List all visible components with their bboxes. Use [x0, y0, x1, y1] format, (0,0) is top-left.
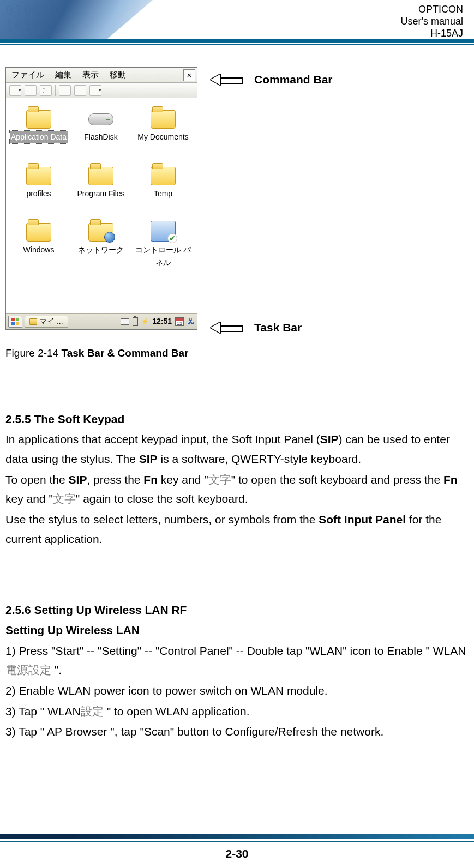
header-rule-thick	[0, 39, 474, 43]
text: key and "	[5, 492, 53, 505]
icon-profiles[interactable]: profiles	[9, 162, 68, 209]
folder-icon	[29, 318, 37, 325]
footer-rule-thin	[0, 841, 474, 842]
text: To open the	[5, 473, 69, 486]
cjk-text: 文字	[53, 492, 76, 505]
globe-icon	[104, 232, 115, 243]
menu-go[interactable]: 移動	[104, 68, 131, 82]
icon-grid: Application Data FlashDisk My Documents …	[6, 98, 197, 284]
calendar-icon[interactable]: 12	[175, 317, 184, 326]
cut-button[interactable]	[59, 85, 71, 96]
callout-column: Command Bar Task Bar	[211, 67, 333, 337]
text: key and "	[158, 473, 208, 486]
section-256-step1: 1) Press "Start" -- "Setting" -- "Contro…	[5, 641, 469, 680]
network-icon[interactable]: 🖧	[187, 315, 195, 328]
folder-icon	[151, 167, 176, 185]
text: , press the	[87, 473, 143, 486]
icon-label: profiles	[26, 188, 51, 200]
arrow-left-icon	[211, 74, 243, 86]
header-line3: H-15AJ	[401, 27, 463, 39]
header-line2: User's manual	[401, 15, 463, 27]
control-panel-icon	[151, 221, 176, 242]
text: " again to close the soft keyboard.	[76, 492, 248, 505]
sip-icon[interactable]	[121, 318, 129, 325]
term-soft-input-panel: Soft Input Panel	[319, 513, 406, 526]
section-256-subheading: Setting Up Wireless LAN	[5, 621, 469, 640]
term-fn: Fn	[443, 473, 458, 486]
command-bar: ファイル 編集 表示 移動 ×	[6, 68, 197, 83]
icon-label: ネットワーク	[78, 244, 124, 256]
icon-label: My Documents	[137, 131, 188, 143]
icon-label: Windows	[23, 244, 55, 256]
callout-task-bar: Task Bar	[211, 318, 333, 337]
text: " to open the soft keyboard and press th…	[231, 473, 443, 486]
drive-icon	[88, 113, 113, 125]
text: is a software, QWERTY-style keyboard.	[158, 453, 361, 465]
figure-caption-bold: Task Bar & Command Bar	[61, 347, 188, 359]
text: 3) Tap " WLAN	[5, 705, 81, 718]
folder-icon	[151, 110, 176, 129]
section-256-step3: 3) Tap " WLAN設定 " to open WLAN applicati…	[5, 702, 469, 721]
section-255-heading: 2.5.5 The Soft Keypad	[5, 410, 469, 429]
menu-view[interactable]: 表示	[77, 68, 104, 82]
back-button[interactable]	[9, 85, 21, 96]
task-bar: マイ ... ⚡ 12:51 12 🖧	[6, 313, 197, 329]
section-256-step4: 3) Tap " AP Browser ", tap "Scan" button…	[5, 722, 469, 742]
start-button[interactable]	[8, 316, 22, 328]
section-256-heading: 2.5.6 Setting Up Wireless LAN RF	[5, 601, 469, 620]
toolbar-separator	[55, 85, 56, 96]
text: In applications that accept keypad input…	[5, 433, 320, 445]
section-255-para2: To open the SIP, press the Fn key and "文…	[5, 470, 469, 509]
up-button[interactable]	[40, 85, 52, 96]
term-sip: SIP	[320, 433, 339, 445]
arrow-left-icon	[211, 322, 243, 334]
section-256-step2: 2) Enable WLAN power icon to power switc…	[5, 681, 469, 701]
icon-program-files[interactable]: Program Files	[71, 162, 130, 209]
task-button-explorer[interactable]: マイ ...	[25, 316, 68, 328]
icon-label: Application Data	[10, 131, 68, 143]
menu-file[interactable]: ファイル	[6, 68, 50, 82]
cjk-text: 文字	[208, 473, 231, 486]
text: ".	[51, 664, 62, 676]
figure-caption: Figure 2-14 Task Bar & Command Bar	[5, 345, 469, 361]
page-content: ファイル 編集 表示 移動 × Application Data	[0, 45, 474, 742]
menu-edit[interactable]: 編集	[50, 68, 77, 82]
close-button[interactable]: ×	[183, 69, 195, 81]
icon-label: Temp	[154, 188, 172, 200]
battery-icon[interactable]	[133, 317, 138, 326]
copy-button[interactable]	[74, 85, 86, 96]
term-sip: SIP	[139, 453, 158, 465]
page-number: 2-30	[0, 847, 474, 860]
callout-label: Command Bar	[254, 70, 333, 89]
term-fn: Fn	[143, 473, 158, 486]
folder-icon	[26, 167, 51, 185]
icon-my-documents[interactable]: My Documents	[134, 106, 193, 153]
windows-flag-icon	[11, 318, 19, 326]
clock[interactable]: 12:51	[152, 315, 172, 328]
header-text-block: OPTICON User's manual H-15AJ	[401, 3, 463, 39]
device-screenshot: ファイル 編集 表示 移動 × Application Data	[5, 67, 197, 330]
folder-icon	[88, 167, 113, 185]
icon-windows[interactable]: Windows	[9, 219, 68, 278]
folder-icon	[26, 223, 51, 242]
view-mode-button[interactable]	[89, 85, 101, 96]
icon-flashdisk[interactable]: FlashDisk	[71, 106, 130, 153]
icon-label: コントロール パ ネル	[135, 244, 191, 269]
toolbar	[6, 83, 197, 98]
icon-control-panel[interactable]: コントロール パ ネル	[134, 219, 193, 278]
cjk-text: 電源設定	[5, 664, 51, 676]
footer-rules	[0, 834, 474, 842]
callout-label: Task Bar	[254, 318, 302, 337]
cjk-text: 設定	[81, 705, 104, 718]
header-line1: OPTICON	[401, 3, 463, 15]
icon-network[interactable]: ネットワーク	[71, 219, 130, 278]
forward-button[interactable]	[25, 85, 37, 96]
figure-caption-prefix: Figure 2-14	[5, 347, 61, 359]
system-tray: ⚡ 12:51 12 🖧	[121, 315, 195, 328]
term-sip: SIP	[69, 473, 87, 486]
icon-application-data[interactable]: Application Data	[9, 106, 68, 153]
power-icon[interactable]: ⚡	[141, 316, 149, 326]
icon-temp[interactable]: Temp	[134, 162, 193, 209]
section-255-para3: Use the stylus to select letters, number…	[5, 510, 469, 548]
task-label: マイ ...	[39, 315, 63, 328]
